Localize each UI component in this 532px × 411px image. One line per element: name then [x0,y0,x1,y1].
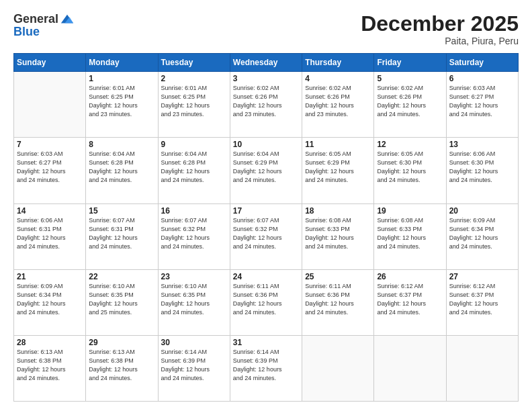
day-number: 8 [89,140,154,149]
day-info: Sunrise: 6:14 AMSunset: 6:39 PMDaylight:… [161,348,227,383]
day-info: Sunrise: 6:02 AMSunset: 6:26 PMDaylight:… [377,84,443,119]
sunrise-text: Sunrise: 6:04 AM [161,150,208,157]
weekday-header-row: Sunday Monday Tuesday Wednesday Thursday… [14,54,519,72]
day-number: 31 [233,338,299,347]
day-number: 21 [17,272,83,281]
sunset-text: Sunset: 6:30 PM [377,159,422,166]
day-number: 6 [449,74,515,83]
sunrise-text: Sunrise: 6:07 AM [89,217,135,224]
daylight-text: Daylight: 12 hours [377,300,426,307]
calendar-cell-w5-d5 [302,335,374,401]
day-info: Sunrise: 6:13 AMSunset: 6:38 PMDaylight:… [17,348,83,383]
sunset-text: Sunset: 6:26 PM [305,93,350,100]
day-info: Sunrise: 6:09 AMSunset: 6:34 PMDaylight:… [449,216,515,251]
header-tuesday: Tuesday [158,54,230,72]
daylight-text: Daylight: 12 hours [89,234,138,241]
day-info: Sunrise: 6:11 AMSunset: 6:36 PMDaylight:… [305,282,371,317]
calendar-cell-w4-d6: 26Sunrise: 6:12 AMSunset: 6:37 PMDayligh… [374,269,446,335]
daylight-text-2: and 24 minutes. [161,177,204,183]
sunrise-text: Sunrise: 6:13 AM [17,349,63,355]
calendar-cell-w4-d5: 25Sunrise: 6:11 AMSunset: 6:36 PMDayligh… [302,269,374,335]
daylight-text-2: and 24 minutes. [17,375,60,381]
day-info: Sunrise: 6:05 AMSunset: 6:29 PMDaylight:… [305,150,371,185]
daylight-text: Daylight: 12 hours [449,102,498,109]
calendar-cell-w2-d2: 8Sunrise: 6:04 AMSunset: 6:28 PMDaylight… [86,138,158,203]
sunset-text: Sunset: 6:25 PM [89,93,134,100]
daylight-text: Daylight: 12 hours [17,234,66,241]
daylight-text-2: and 24 minutes. [233,375,276,381]
sunrise-text: Sunrise: 6:09 AM [449,217,496,224]
daylight-text: Daylight: 12 hours [233,168,282,175]
sunrise-text: Sunrise: 6:09 AM [17,283,63,289]
day-number: 27 [449,272,515,281]
day-number: 30 [161,338,227,347]
daylight-text-2: and 24 minutes. [17,309,60,316]
daylight-text: Daylight: 12 hours [89,102,138,109]
sunrise-text: Sunrise: 6:03 AM [449,85,496,91]
sunset-text: Sunset: 6:27 PM [17,159,62,166]
calendar-cell-w4-d3: 23Sunrise: 6:10 AMSunset: 6:35 PMDayligh… [158,269,230,335]
daylight-text: Daylight: 12 hours [17,366,66,373]
header-saturday: Saturday [446,54,518,72]
sunrise-text: Sunrise: 6:08 AM [377,217,423,224]
sunrise-text: Sunrise: 6:03 AM [17,150,63,157]
daylight-text-2: and 24 minutes. [305,309,348,316]
sunrise-text: Sunrise: 6:08 AM [305,217,351,224]
day-number: 25 [305,272,371,281]
sunset-text: Sunset: 6:39 PM [161,357,206,364]
day-info: Sunrise: 6:11 AMSunset: 6:36 PMDaylight:… [233,282,299,317]
sunrise-text: Sunrise: 6:14 AM [161,349,208,355]
calendar-cell-w3-d7: 20Sunrise: 6:09 AMSunset: 6:34 PMDayligh… [446,203,518,269]
day-info: Sunrise: 6:02 AMSunset: 6:26 PMDaylight:… [305,84,371,119]
calendar-cell-w3-d2: 15Sunrise: 6:07 AMSunset: 6:31 PMDayligh… [86,203,158,269]
header-thursday: Thursday [302,54,374,72]
calendar-cell-w3-d4: 17Sunrise: 6:07 AMSunset: 6:32 PMDayligh… [230,203,302,269]
daylight-text-2: and 24 minutes. [17,177,60,183]
day-info: Sunrise: 6:12 AMSunset: 6:37 PMDaylight:… [449,282,515,317]
day-info: Sunrise: 6:04 AMSunset: 6:29 PMDaylight:… [233,150,299,185]
calendar-cell-w2-d7: 13Sunrise: 6:06 AMSunset: 6:30 PMDayligh… [446,138,518,203]
daylight-text: Daylight: 12 hours [233,234,282,241]
header-wednesday: Wednesday [230,54,302,72]
sunrise-text: Sunrise: 6:10 AM [161,283,208,289]
daylight-text-2: and 24 minutes. [377,177,420,183]
day-info: Sunrise: 6:05 AMSunset: 6:30 PMDaylight:… [377,150,443,185]
sunset-text: Sunset: 6:38 PM [17,357,62,364]
day-number: 20 [449,206,515,216]
daylight-text-2: and 24 minutes. [161,309,204,316]
sunset-text: Sunset: 6:26 PM [233,93,278,100]
sunrise-text: Sunrise: 6:07 AM [233,217,279,224]
day-info: Sunrise: 6:04 AMSunset: 6:28 PMDaylight:… [89,150,154,185]
week-row-3: 14Sunrise: 6:06 AMSunset: 6:31 PMDayligh… [14,203,519,269]
day-number: 17 [233,206,299,216]
daylight-text-2: and 23 minutes. [89,111,132,118]
daylight-text: Daylight: 12 hours [377,102,426,109]
calendar-cell-w3-d6: 19Sunrise: 6:08 AMSunset: 6:33 PMDayligh… [374,203,446,269]
daylight-text: Daylight: 12 hours [89,366,138,373]
sunset-text: Sunset: 6:38 PM [89,357,134,364]
daylight-text-2: and 24 minutes. [449,177,492,183]
day-info: Sunrise: 6:07 AMSunset: 6:31 PMDaylight:… [89,216,154,251]
day-number: 29 [89,338,154,347]
day-info: Sunrise: 6:03 AMSunset: 6:27 PMDaylight:… [449,84,515,119]
day-number: 3 [233,74,299,83]
day-info: Sunrise: 6:06 AMSunset: 6:31 PMDaylight:… [17,216,83,251]
logo-icon [60,12,75,27]
title-block: December 2025 Paita, Piura, Peru [361,12,519,46]
calendar-cell-w2-d6: 12Sunrise: 6:05 AMSunset: 6:30 PMDayligh… [374,138,446,203]
sunrise-text: Sunrise: 6:01 AM [161,85,208,91]
calendar-cell-w5-d7 [446,335,518,401]
day-number: 18 [305,206,371,216]
week-row-5: 28Sunrise: 6:13 AMSunset: 6:38 PMDayligh… [14,335,519,401]
day-info: Sunrise: 6:10 AMSunset: 6:35 PMDaylight:… [89,282,154,317]
calendar-cell-w1-d2: 1Sunrise: 6:01 AMSunset: 6:25 PMDaylight… [86,72,158,138]
day-number: 5 [377,74,443,83]
logo-blue-text: Blue [13,26,40,39]
daylight-text: Daylight: 12 hours [161,102,210,109]
week-row-1: 1Sunrise: 6:01 AMSunset: 6:25 PMDaylight… [14,72,519,138]
day-number: 26 [377,272,443,281]
sunrise-text: Sunrise: 6:13 AM [89,349,135,355]
calendar-cell-w1-d6: 5Sunrise: 6:02 AMSunset: 6:26 PMDaylight… [374,72,446,138]
logo: General Blue [13,12,75,39]
daylight-text-2: and 24 minutes. [377,309,420,316]
